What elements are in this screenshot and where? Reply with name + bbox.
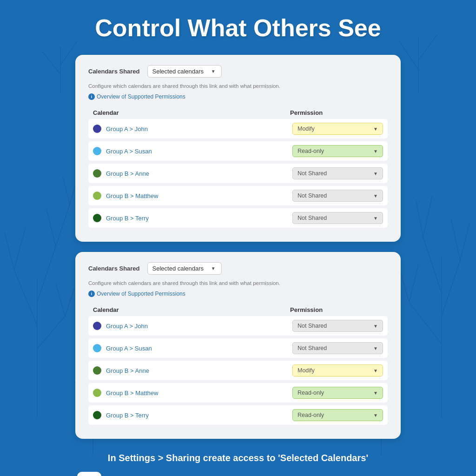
permission-label: Read-only (298, 390, 324, 396)
calendar-name: Group B > Terry (106, 215, 149, 222)
col-permission-label-1: Permission (290, 109, 383, 116)
calendars-dropdown-2[interactable]: Selected calendars ▼ (147, 262, 222, 275)
permission-label: Modify (298, 126, 315, 132)
color-dot (93, 125, 101, 133)
permission-dropdown[interactable]: Not Shared ▼ (292, 190, 383, 202)
color-dot (93, 366, 101, 375)
dropdown-arrow-icon-2: ▼ (211, 266, 216, 271)
table-row: Group A > John Modify ▼ (88, 119, 388, 139)
col-permission-label-2: Permission (290, 306, 383, 313)
calendar-name: Group B > Terry (106, 412, 149, 419)
calendar-info: Group B > Matthew (93, 192, 292, 200)
calendars-dropdown-1[interactable]: Selected calendars ▼ (147, 65, 222, 78)
table-row: Group B > Terry Not Shared ▼ (88, 208, 388, 228)
table-row: Group B > Matthew Read-only ▼ (88, 383, 388, 403)
permission-dropdown[interactable]: Not Shared ▼ (292, 212, 383, 224)
permission-arrow-icon: ▼ (373, 216, 378, 221)
permission-dropdown[interactable]: Modify ▼ (292, 123, 383, 135)
calendar-name: Group A > Susan (106, 148, 152, 155)
info-icon-2: i (88, 291, 95, 297)
table-header-1: Calendar Permission (88, 106, 388, 119)
calendar-table-1: Group A > John Modify ▼ Group A > Susan … (88, 119, 388, 228)
table-row: Group B > Anne Modify ▼ (88, 361, 388, 380)
table-header-2: Calendar Permission (88, 304, 388, 316)
table-row: Group A > Susan Read-only ▼ (88, 141, 388, 161)
permission-label: Not Shared (298, 192, 327, 199)
permission-label: Not Shared (298, 170, 327, 177)
permission-arrow-icon: ▼ (373, 390, 378, 396)
calendar-info: Group A > John (93, 322, 292, 330)
permission-label: Not Shared (298, 215, 327, 221)
calendar-info: Group B > Anne (93, 169, 292, 178)
table-row: Group A > John Not Shared ▼ (88, 316, 388, 336)
config-description-1: Configure which calendars are shared thr… (88, 82, 388, 90)
permission-arrow-icon: ▼ (373, 324, 378, 329)
permission-dropdown[interactable]: Modify ▼ (292, 364, 383, 377)
col-calendar-label-2: Calendar (93, 306, 290, 313)
card-2: Calendars Shared Selected calendars ▼ Co… (75, 252, 401, 439)
permission-dropdown[interactable]: Read-only ▼ (292, 145, 383, 157)
table-row: Group B > Terry Read-only ▼ (88, 405, 388, 425)
col-calendar-label-1: Calendar (93, 109, 290, 116)
permission-arrow-icon: ▼ (373, 413, 378, 418)
page-title: Control What Others See (95, 14, 381, 42)
calendar-name: Group A > John (106, 126, 148, 132)
calendars-shared-label-2: Calendars Shared (88, 265, 140, 272)
permission-dropdown[interactable]: Not Shared ▼ (292, 320, 383, 332)
dropdown-arrow-icon-1: ▼ (211, 69, 216, 74)
table-row: Group A > Susan Not Shared ▼ (88, 338, 388, 358)
calendar-name: Group A > John (106, 323, 148, 330)
config-description-2: Configure which calendars are shared thr… (88, 279, 388, 287)
calendar-info: Group B > Terry (93, 214, 292, 222)
color-dot (93, 322, 101, 330)
permission-label: Read-only (298, 148, 324, 154)
permission-arrow-icon: ▼ (373, 126, 378, 132)
permission-arrow-icon: ▼ (373, 171, 378, 176)
permission-arrow-icon: ▼ (373, 193, 378, 198)
permission-label: Not Shared (298, 345, 327, 351)
calendar-table-2: Group A > John Not Shared ▼ Group A > Su… (88, 316, 388, 425)
calendar-info: Group B > Matthew (93, 389, 292, 397)
color-dot (93, 192, 101, 200)
calendar-info: Group A > Susan (93, 147, 292, 155)
permission-arrow-icon: ▼ (373, 346, 378, 351)
calendar-name: Group A > Susan (106, 345, 152, 352)
table-row: Group B > Matthew Not Shared ▼ (88, 186, 388, 205)
teamup-logo (77, 472, 101, 476)
permission-dropdown[interactable]: Read-only ▼ (292, 387, 383, 399)
permission-label: Not Shared (298, 323, 327, 329)
calendar-info: Group A > Susan (93, 344, 292, 352)
color-dot (93, 147, 101, 155)
calendar-name: Group B > Anne (106, 170, 149, 177)
permission-label: Read-only (298, 412, 324, 418)
card-1: Calendars Shared Selected calendars ▼ Co… (75, 55, 401, 242)
permission-label: Modify (298, 367, 315, 374)
calendar-name: Group B > Matthew (106, 390, 158, 397)
permissions-link-2[interactable]: i Overview of Supported Permissions (88, 291, 185, 297)
calendar-info: Group A > John (93, 125, 292, 133)
calendar-info: Group B > Terry (93, 411, 292, 419)
bottom-instruction: In Settings > Sharing create access to '… (108, 453, 368, 463)
info-icon-1: i (88, 93, 95, 100)
permission-arrow-icon: ▼ (373, 368, 378, 373)
permissions-link-1[interactable]: i Overview of Supported Permissions (88, 93, 185, 100)
permission-dropdown[interactable]: Not Shared ▼ (292, 342, 383, 354)
color-dot (93, 344, 101, 352)
footer: https://teamup.com (75, 472, 401, 476)
permission-dropdown[interactable]: Read-only ▼ (292, 409, 383, 421)
color-dot (93, 169, 101, 178)
color-dot (93, 389, 101, 397)
color-dot (93, 214, 101, 222)
color-dot (93, 411, 101, 419)
calendar-name: Group B > Matthew (106, 192, 158, 199)
calendars-shared-label-1: Calendars Shared (88, 68, 140, 75)
calendar-name: Group B > Anne (106, 367, 149, 374)
calendar-info: Group B > Anne (93, 366, 292, 375)
permission-dropdown[interactable]: Not Shared ▼ (292, 167, 383, 179)
table-row: Group B > Anne Not Shared ▼ (88, 164, 388, 183)
permission-arrow-icon: ▼ (373, 149, 378, 154)
